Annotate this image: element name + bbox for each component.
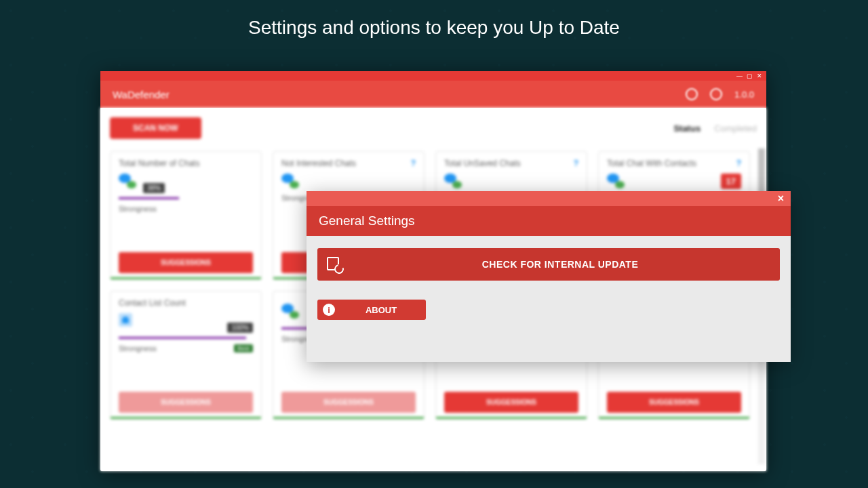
- close-icon[interactable]: ×: [778, 192, 784, 205]
- status-badge: Best: [234, 344, 253, 352]
- chat-icon: [607, 174, 626, 188]
- tab-status[interactable]: Status: [673, 123, 701, 134]
- percent-badge: 38%: [143, 183, 165, 193]
- card-title: Total Number of Chats: [119, 159, 199, 168]
- app-name: WaDefender: [113, 89, 170, 100]
- scan-now-button[interactable]: SCAN NOW: [110, 117, 201, 139]
- contact-icon: [119, 313, 132, 327]
- modal-header: General Settings: [307, 206, 791, 236]
- suggestions-button[interactable]: SUGGESSIONS: [444, 392, 578, 413]
- strongness-label: Strongness: [119, 205, 157, 213]
- app-version: 1.0.0: [734, 89, 754, 100]
- maximize-icon[interactable]: ▢: [747, 73, 753, 79]
- about-label: ABOUT: [342, 305, 420, 315]
- progress-bar: [119, 337, 246, 339]
- modal-body: CHECK FOR INTERNAL UPDATE i ABOUT: [307, 236, 791, 332]
- tab-completed[interactable]: Completed: [714, 123, 757, 134]
- update-icon: [327, 257, 342, 272]
- suggestions-button[interactable]: SUGGESSIONS: [119, 252, 253, 273]
- card-accent: [599, 417, 749, 419]
- help-icon[interactable]: ?: [574, 159, 578, 168]
- card-title: Total UnSaved Chats: [444, 159, 521, 168]
- user-icon[interactable]: [686, 88, 698, 100]
- card-accent: [273, 417, 424, 419]
- stat-card: Contact List Count 100% StrongnessBest S…: [110, 291, 262, 420]
- progress-bar: [119, 197, 179, 199]
- chat-icon: [281, 304, 300, 319]
- card-title: Contact List Count: [119, 298, 186, 308]
- minimize-icon[interactable]: —: [736, 73, 743, 79]
- suggestions-button[interactable]: SUGGESSIONS: [281, 392, 416, 413]
- whatsapp-icon[interactable]: [710, 88, 722, 100]
- card-accent: [436, 417, 587, 419]
- card-title: Total Chat With Contacts: [607, 159, 696, 168]
- stat-card: Total Number of Chats 38% Strongness SUG…: [110, 151, 262, 280]
- card-accent: [111, 417, 261, 419]
- suggestions-button[interactable]: SUGGESSIONS: [119, 392, 253, 413]
- info-icon: i: [323, 304, 335, 316]
- chat-icon: [119, 174, 138, 188]
- update-label: CHECK FOR INTERNAL UPDATE: [350, 259, 770, 270]
- count-badge: 17: [721, 174, 741, 189]
- card-accent: [111, 277, 261, 279]
- help-icon[interactable]: ?: [411, 159, 416, 168]
- window-titlebar: — ▢ ✕: [100, 71, 766, 81]
- percent-badge: 100%: [227, 323, 253, 333]
- suggestions-button[interactable]: SUGGESSIONS: [607, 392, 741, 413]
- close-window-icon[interactable]: ✕: [757, 73, 762, 79]
- card-title: Not Interested Chats: [281, 159, 356, 168]
- modal-titlebar: ×: [307, 191, 791, 206]
- about-button[interactable]: i ABOUT: [317, 300, 426, 320]
- check-update-button[interactable]: CHECK FOR INTERNAL UPDATE: [317, 248, 780, 281]
- app-header: WaDefender 1.0.0: [100, 81, 766, 108]
- modal-title: General Settings: [319, 214, 415, 228]
- help-icon[interactable]: ?: [736, 159, 741, 168]
- chat-icon: [444, 174, 463, 188]
- settings-modal: × General Settings CHECK FOR INTERNAL UP…: [307, 191, 791, 362]
- page-headline: Settings and options to keep you Up to D…: [0, 17, 868, 39]
- strongness-label: Strongness: [119, 344, 157, 352]
- chat-icon: [281, 174, 300, 188]
